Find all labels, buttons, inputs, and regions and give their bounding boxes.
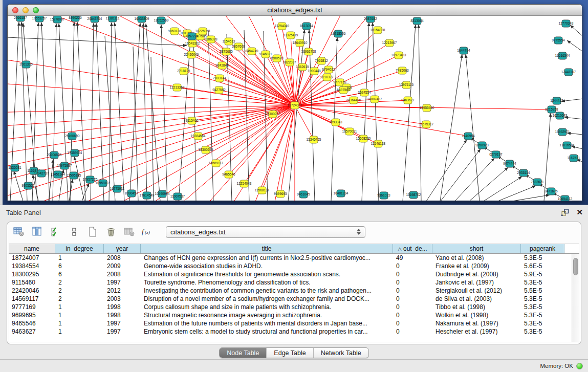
cell-pagerank[interactable]: 5.3E-5 [521, 278, 564, 287]
graph-node[interactable]: 17016504 [560, 142, 575, 149]
column-header-short[interactable]: short [432, 244, 521, 253]
graph-node[interactable]: 19218506 [331, 30, 346, 37]
tab-node-table[interactable]: Node Table [220, 348, 267, 358]
cell-title[interactable]: Estimation of significance thresholds fo… [141, 270, 393, 278]
citation-edge[interactable] [440, 54, 462, 201]
graph-node[interactable]: 15608230 [356, 135, 371, 142]
cell-in_degree[interactable]: 1 [55, 327, 104, 336]
citation-edge[interactable] [426, 140, 467, 201]
table-select-dropdown[interactable]: citations_edges.txt [166, 226, 365, 238]
cell-in_degree[interactable]: 1 [55, 319, 104, 327]
table-row[interactable]: 969969511998Structural magnetic resonanc… [9, 311, 579, 319]
graph-node[interactable]: 8454749 [245, 48, 258, 55]
citation-edge[interactable] [115, 23, 124, 201]
cell-name[interactable]: 22420046 [9, 287, 55, 295]
scrollbar-thumb[interactable] [573, 258, 578, 275]
graph-node[interactable]: 11675317 [419, 121, 434, 128]
table-settings-button[interactable] [11, 225, 27, 239]
citation-edge-red[interactable] [191, 55, 295, 105]
citation-edge-red[interactable] [95, 16, 295, 105]
tab-network-table[interactable]: Network Table [314, 348, 368, 358]
graph-node[interactable]: 7693343 [329, 119, 342, 126]
cell-in_degree[interactable]: 2 [55, 278, 104, 287]
citation-edge[interactable] [564, 117, 582, 119]
cell-in_degree[interactable]: 2 [55, 295, 104, 303]
column-header-title[interactable]: title [141, 244, 393, 253]
cell-name[interactable]: 14569117 [9, 295, 55, 303]
cell-pagerank[interactable]: 5.9E-5 [521, 270, 564, 278]
cell-short[interactable]: Wolkin et al. (1998) [432, 311, 521, 319]
cell-out_degree[interactable]: 0 [393, 270, 432, 278]
cell-title[interactable]: Structural magnetic resonance image aver… [141, 311, 393, 319]
table-row[interactable]: 1938455462009Genome-wide association stu… [9, 262, 579, 270]
cell-year[interactable]: 1998 [104, 311, 141, 319]
graph-node[interactable]: 16616344 [555, 52, 570, 59]
graph-node[interactable]: 15955460 [420, 104, 434, 112]
graph-node[interactable]: 9860128 [168, 28, 181, 35]
cell-short[interactable]: Yano et al. (2008) [432, 254, 521, 262]
close-panel-icon[interactable]: ✕ [576, 209, 583, 216]
graph-node[interactable]: 9115460 [186, 117, 199, 124]
graph-node[interactable]: 2087682 [364, 16, 377, 23]
cell-pagerank[interactable]: 5.3E-5 [521, 311, 564, 319]
cell-year[interactable]: 2008 [104, 270, 141, 278]
table-row[interactable]: 946362711997Embryonic stem cells: a mode… [9, 327, 579, 336]
citation-edge[interactable] [49, 159, 53, 201]
graph-node[interactable]: 1167531 [568, 155, 580, 162]
graph-node[interactable]: 17942737 [34, 170, 49, 177]
cell-out_degree[interactable]: 0 [393, 327, 432, 336]
citation-edge-red[interactable] [8, 105, 295, 159]
graph-node[interactable]: 25160690 [65, 133, 80, 140]
graph-node[interactable]: 1440954 [462, 133, 475, 140]
float-panel-icon[interactable] [561, 209, 569, 216]
graph-node[interactable]: 2867608 [232, 43, 245, 50]
graph-node[interactable]: 10553257 [32, 16, 47, 22]
graph-node[interactable]: 6279197 [489, 151, 503, 158]
table-row[interactable]: 946554611997Estimation of the future num… [9, 319, 579, 327]
table-row[interactable]: 1830029562008Estimation of significance … [9, 270, 579, 278]
graph-node[interactable]: 11007537 [170, 193, 185, 200]
citation-edge-red[interactable] [8, 105, 295, 190]
cell-in_degree[interactable]: 6 [55, 262, 104, 270]
graph-node[interactable]: 9461045 [297, 191, 310, 198]
graph-node[interactable]: 9465546 [222, 171, 235, 178]
cell-name[interactable]: 18724007 [9, 254, 55, 262]
graph-node[interactable]: 9361023 [377, 192, 390, 199]
citation-edge[interactable] [455, 158, 494, 201]
close-window-icon[interactable] [12, 7, 18, 13]
graph-node[interactable]: 16543362 [185, 40, 200, 47]
graph-node[interactable]: 2718126 [177, 68, 190, 75]
cell-in_degree[interactable]: 1 [55, 254, 104, 262]
citation-edge[interactable] [161, 25, 167, 201]
cell-short[interactable]: Franke et al. (2009) [432, 262, 521, 270]
citation-edge[interactable] [466, 54, 480, 201]
graph-node[interactable]: 8313054 [410, 17, 424, 25]
cell-name[interactable]: 9699695 [9, 311, 55, 319]
graph-node[interactable]: 12213967 [382, 39, 397, 47]
network-window-titlebar[interactable]: citations_edges.txt [8, 5, 582, 16]
delete-column-button[interactable] [103, 225, 119, 239]
citation-edge[interactable] [96, 23, 104, 201]
graph-node[interactable]: 15345455 [307, 136, 321, 143]
cell-name[interactable]: 9465546 [9, 319, 55, 327]
citation-edge-red[interactable] [291, 35, 295, 105]
cell-title[interactable]: Investigating the contribution of common… [141, 287, 393, 295]
graph-node[interactable]: 10590994 [155, 190, 170, 198]
cell-short[interactable]: Dudbridge et al. (2008) [432, 270, 521, 278]
citation-edge[interactable] [129, 23, 140, 201]
citation-edge[interactable] [419, 25, 421, 201]
graph-node[interactable]: 12213363 [170, 84, 185, 91]
graph-node[interactable]: 8990225 [69, 16, 82, 21]
cell-title[interactable]: Disruption of a novel member of a sodium… [141, 295, 393, 303]
citation-edge[interactable] [21, 22, 27, 201]
graph-node[interactable]: 18640910 [293, 39, 308, 47]
graph-node[interactable]: 10481234 [334, 190, 349, 197]
graph-node[interactable]: 10975887 [57, 162, 72, 169]
citation-edge[interactable] [362, 23, 369, 201]
cell-out_degree[interactable]: 0 [393, 303, 432, 311]
graph-node[interactable]: 16775911 [110, 185, 125, 192]
column-header-name[interactable]: name [9, 244, 55, 253]
graph-node[interactable]: 7955812 [315, 57, 328, 64]
cell-year[interactable]: 1997 [104, 327, 141, 336]
cell-short[interactable]: Nakamura et al. (1997) [432, 319, 521, 327]
